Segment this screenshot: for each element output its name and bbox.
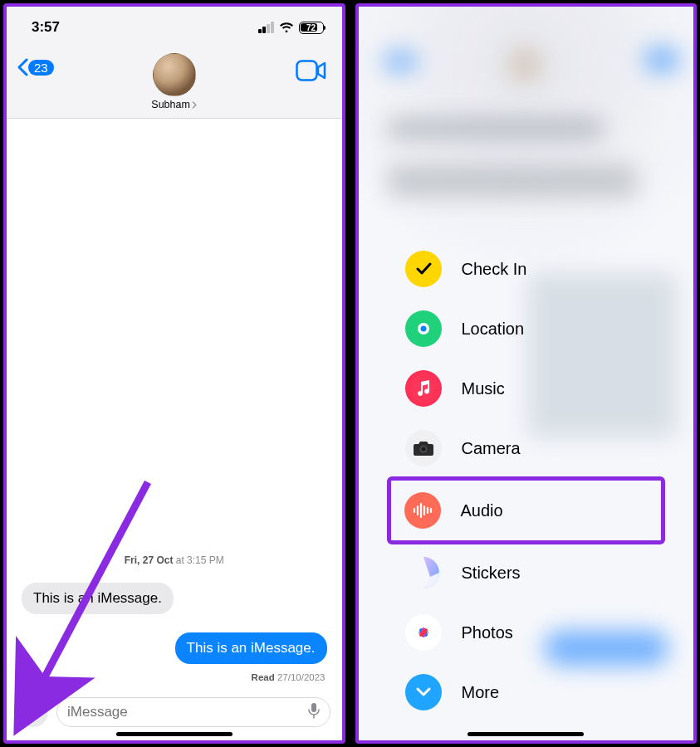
incoming-message-bubble[interactable]: This is an iMessage. — [22, 583, 174, 614]
wifi-icon — [279, 22, 294, 33]
message-timestamp: Fri, 27 Oct at 3:15 PM — [7, 554, 342, 566]
stickers-icon — [405, 554, 442, 591]
contact-name-row: Subham — [151, 99, 198, 110]
battery-percent: 72 — [306, 23, 316, 32]
menu-label: Audio — [461, 501, 503, 520]
photos-icon — [405, 614, 442, 651]
menu-label: Photos — [462, 623, 513, 642]
location-icon — [405, 310, 442, 347]
back-button[interactable]: 23 — [17, 58, 54, 76]
home-indicator[interactable] — [467, 732, 584, 736]
menu-label: Location — [462, 320, 525, 339]
audio-waveform-icon — [404, 492, 441, 529]
dictation-mic-icon[interactable] — [308, 702, 320, 722]
avatar — [153, 53, 196, 96]
menu-label: Stickers — [462, 564, 521, 583]
svg-rect-1 — [311, 703, 316, 712]
svg-rect-0 — [296, 61, 316, 81]
apps-menu-screen: Check In Location Music Camera Audio — [355, 3, 698, 744]
contact-info[interactable]: Subham — [151, 53, 198, 110]
menu-item-stickers[interactable]: Stickers — [392, 543, 661, 603]
menu-item-more[interactable]: More — [392, 662, 661, 722]
cellular-signal-icon — [258, 22, 274, 33]
battery-icon: 72 — [299, 22, 324, 34]
messages-conversation-screen: 3:57 72 23 Subham — [3, 3, 345, 744]
unread-count-badge: 23 — [28, 60, 54, 76]
menu-label: Music — [462, 379, 505, 398]
svg-point-4 — [420, 326, 426, 332]
conversation-header: 23 Subham — [7, 48, 342, 119]
svg-point-6 — [421, 447, 425, 452]
status-time: 3:57 — [32, 19, 60, 36]
message-input-field[interactable] — [67, 704, 308, 720]
chat-body: Fri, 27 Oct at 3:15 PM This is an iMessa… — [7, 119, 342, 740]
camera-icon — [405, 430, 442, 466]
home-indicator[interactable] — [116, 732, 233, 736]
more-chevron-icon — [405, 674, 442, 710]
menu-label: Camera — [462, 439, 521, 458]
contact-name-label: Subham — [151, 99, 190, 110]
message-input[interactable] — [56, 697, 330, 727]
menu-item-photos[interactable]: Photos — [392, 603, 661, 662]
status-indicators: 72 — [258, 22, 324, 34]
menu-item-camera[interactable]: Camera — [392, 418, 661, 478]
menu-label: More — [462, 683, 500, 702]
menu-item-check-in[interactable]: Check In — [392, 239, 661, 299]
menu-label: Check In — [462, 260, 527, 279]
apps-menu-list: Check In Location Music Camera Audio — [392, 239, 661, 722]
menu-item-location[interactable]: Location — [392, 299, 661, 359]
apps-plus-button[interactable] — [18, 697, 48, 727]
facetime-video-button[interactable] — [296, 60, 327, 81]
back-chevron-icon — [17, 58, 28, 76]
status-bar: 3:57 72 — [7, 7, 342, 48]
menu-item-audio[interactable]: Audio — [387, 476, 666, 544]
compose-row — [7, 697, 342, 727]
menu-item-music[interactable]: Music — [392, 359, 661, 418]
read-receipt: Read 27/10/2023 — [252, 672, 326, 682]
check-in-icon — [405, 251, 442, 287]
music-icon — [405, 370, 442, 407]
outgoing-message-bubble[interactable]: This is an iMessage. — [175, 632, 327, 664]
